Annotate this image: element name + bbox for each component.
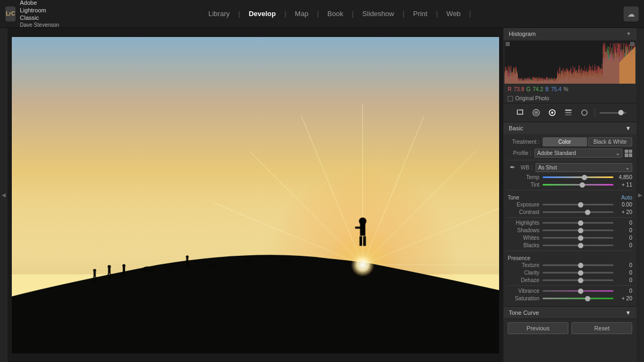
opacity-slider-thumb[interactable]	[618, 110, 624, 115]
percent: %	[564, 86, 568, 92]
rgb-values: R 73.8 G 74.2 B 75.4 %	[503, 85, 636, 94]
auto-button[interactable]: Auto	[621, 195, 632, 201]
blacks-slider[interactable]	[543, 245, 613, 246]
treatment-buttons: Color Black & White	[543, 137, 632, 146]
contrast-slider[interactable]	[543, 211, 613, 213]
presence-label: Presence	[508, 255, 530, 261]
adjustment-brush-tool[interactable]	[579, 107, 590, 119]
dehaze-row: Dehaze 0	[508, 277, 632, 283]
texture-row: Texture 0	[508, 262, 632, 268]
svg-point-8	[551, 112, 553, 114]
highlights-row: Highlights 0	[508, 220, 632, 226]
right-panel-toggle[interactable]: ▶	[636, 28, 644, 362]
nav-print[interactable]: Print	[405, 0, 436, 28]
whites-thumb[interactable]	[578, 235, 583, 241]
shadows-val: 0	[613, 227, 632, 233]
highlights-thumb[interactable]	[578, 220, 583, 226]
nav-book[interactable]: Book	[319, 0, 352, 28]
previous-button[interactable]: Previous	[508, 322, 568, 334]
profile-value: Adobe Standard	[537, 150, 576, 156]
svg-point-6	[535, 112, 537, 114]
exposure-label: Exposure	[508, 202, 543, 208]
cloud-icon[interactable]: ☁	[624, 6, 639, 21]
develop-toolbar	[503, 104, 636, 122]
nav-develop[interactable]: Develop	[240, 0, 284, 28]
photo-canvas	[12, 37, 499, 353]
vibrance-slider[interactable]	[543, 290, 613, 292]
right-panel: Histogram ▼ R 73.8 G 74.2 B 75.4 %	[503, 28, 636, 362]
reset-button[interactable]: Reset	[572, 322, 632, 334]
dehaze-thumb[interactable]	[578, 278, 583, 283]
tint-thumb[interactable]	[580, 182, 585, 188]
exposure-slider[interactable]	[543, 204, 613, 205]
blacks-label: Blacks	[508, 242, 543, 248]
logo-area: LrC Adobe Lightroom Classic Dave Stevens…	[0, 0, 70, 28]
g-label: G	[526, 86, 531, 92]
clarity-slider[interactable]	[543, 272, 613, 274]
shadows-thumb[interactable]	[578, 228, 583, 233]
eyedropper-tool[interactable]: ✒	[508, 162, 517, 172]
tone-curve-header[interactable]: Tone Curve ▼	[503, 307, 636, 319]
exposure-row: Exposure 0.00	[508, 202, 632, 208]
temp-label: Temp	[508, 174, 543, 180]
highlights-slider[interactable]	[543, 222, 613, 224]
vibrance-row: Vibrance 0	[508, 288, 632, 294]
texture-slider[interactable]	[543, 264, 613, 266]
tone-curve-title: Tone Curve	[509, 309, 539, 316]
app-name: Adobe Lightroom Classic Dave Stevenson	[20, 0, 64, 28]
left-panel-toggle[interactable]: ◀	[0, 28, 8, 362]
contrast-thumb[interactable]	[585, 210, 590, 215]
photo-container	[12, 37, 499, 353]
treatment-bw-btn[interactable]: Black & White	[588, 137, 633, 146]
temp-slider[interactable]	[543, 176, 613, 178]
histogram-section: Histogram ▼ R 73.8 G 74.2 B 75.4 %	[503, 28, 636, 104]
topbar: LrC Adobe Lightroom Classic Dave Stevens…	[0, 0, 644, 28]
b-val: 75.4	[551, 86, 561, 92]
saturation-thumb[interactable]	[585, 296, 590, 301]
tool-opacity-slider	[599, 112, 626, 114]
radial-filter-tool[interactable]	[546, 107, 558, 119]
treatment-row: Treatment : Color Black & White	[508, 137, 632, 146]
profile-dropdown[interactable]: Adobe Standard ⌄	[535, 149, 623, 158]
wb-row: ✒ WB : As Shot ⌄	[508, 162, 632, 172]
histogram-title: Histogram	[509, 31, 536, 37]
tint-slider[interactable]	[543, 184, 613, 186]
opacity-slider-track[interactable]	[599, 112, 626, 114]
presence-header: Presence	[508, 253, 632, 262]
shadows-row: Shadows 0	[508, 227, 632, 233]
saturation-label: Saturation	[508, 295, 543, 301]
crop-tool[interactable]	[514, 107, 526, 119]
texture-thumb[interactable]	[578, 263, 583, 268]
basic-header[interactable]: Basic ▼	[503, 122, 636, 134]
histogram-header[interactable]: Histogram ▼	[503, 28, 636, 40]
graduated-filter-tool[interactable]	[562, 107, 574, 119]
whites-slider[interactable]	[543, 237, 613, 239]
original-photo-checkbox[interactable]	[508, 96, 513, 101]
r-label: R	[508, 86, 511, 92]
heal-tool[interactable]	[530, 107, 542, 119]
blacks-thumb[interactable]	[578, 243, 583, 248]
basic-body: Treatment : Color Black & White Profile …	[503, 134, 636, 306]
tone-curve-section: Tone Curve ▼	[503, 307, 636, 319]
dehaze-slider[interactable]	[543, 279, 613, 281]
nav-map[interactable]: Map	[286, 0, 317, 28]
exposure-thumb[interactable]	[578, 202, 583, 208]
saturation-slider[interactable]	[543, 298, 613, 299]
profile-grid-icon[interactable]	[625, 150, 632, 157]
vibrance-thumb[interactable]	[578, 289, 583, 294]
wb-dropdown[interactable]: As Shot ⌄	[536, 163, 632, 172]
whites-val: 0	[613, 235, 632, 241]
clarity-thumb[interactable]	[578, 270, 583, 276]
svg-rect-3	[522, 109, 523, 115]
clarity-label: Clarity	[508, 270, 543, 276]
treatment-label: Treatment :	[508, 139, 543, 145]
nav-library[interactable]: Library	[200, 0, 238, 28]
treatment-color-btn[interactable]: Color	[543, 137, 587, 146]
shadows-slider[interactable]	[543, 230, 613, 231]
nav-web[interactable]: Web	[438, 0, 470, 28]
tone-curve-arrow: ▼	[625, 309, 631, 316]
whites-row: Whites 0	[508, 235, 632, 241]
nav-slideshow[interactable]: Slideshow	[354, 0, 402, 28]
temp-thumb[interactable]	[582, 175, 587, 180]
basic-arrow: ▼	[625, 125, 631, 131]
